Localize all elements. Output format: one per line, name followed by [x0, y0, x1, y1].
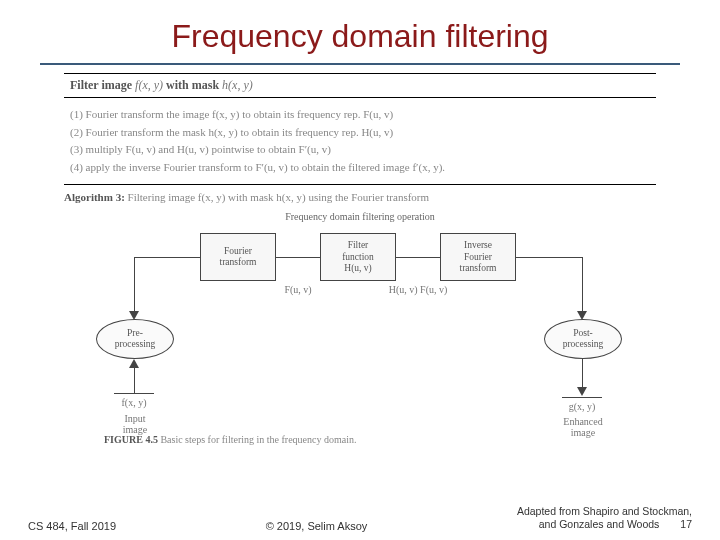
- oval-post-processing: Post-processing: [544, 319, 622, 359]
- box-fourier-transform: Fouriertransform: [200, 233, 276, 281]
- box-filter-function: FilterfunctionH(u, v): [320, 233, 396, 281]
- algorithm-header: Filter image f(x, y) with mask h(x, y): [64, 74, 656, 98]
- algo-head-f: f(x, y): [135, 78, 163, 92]
- algo-caption-text: Filtering image f(x, y) with mask h(x, y…: [125, 191, 429, 203]
- diagram-title: Frequency domain filtering operation: [70, 211, 650, 222]
- box-inverse-fourier: InverseFouriertransform: [440, 233, 516, 281]
- attrib-line-2-text: and Gonzales and Woods: [539, 518, 660, 530]
- arrowhead-down-icon: [577, 387, 587, 396]
- page-title: Frequency domain filtering: [0, 0, 720, 63]
- connector: [562, 397, 602, 398]
- algo-step-4: (4) apply the inverse Fourier transform …: [70, 159, 650, 177]
- attrib-line-1: Adapted from Shapiro and Stockman,: [517, 505, 692, 519]
- slide-footer: CS 484, Fall 2019 © 2019, Selim Aksoy Ad…: [0, 505, 720, 532]
- algo-head-prefix: Filter image: [70, 78, 135, 92]
- footer-attribution: Adapted from Shapiro and Stockman, and G…: [517, 505, 692, 532]
- slide-number: 17: [680, 518, 692, 532]
- algorithm-caption: Algorithm 3: Filtering image f(x, y) wit…: [64, 191, 656, 203]
- label-fxy: f(x, y): [112, 397, 156, 408]
- connector: [134, 367, 135, 393]
- connector: [134, 257, 200, 258]
- title-rule: [40, 63, 680, 65]
- oval-pre-processing: Pre-processing: [96, 319, 174, 359]
- algo-head-mid: with mask: [163, 78, 222, 92]
- connector: [396, 257, 440, 258]
- label-Fuv: F(u, v): [270, 284, 326, 295]
- label-input-image: Inputimage: [108, 413, 162, 435]
- algo-step-1: (1) Fourier transform the image f(x, y) …: [70, 106, 650, 124]
- figure-text: Basic steps for filtering in the frequen…: [158, 434, 357, 445]
- attrib-line-2: and Gonzales and Woods 17: [517, 518, 692, 532]
- algo-caption-label: Algorithm 3:: [64, 191, 125, 203]
- connector: [134, 257, 135, 317]
- algo-step-3: (3) multiply F(u, v) and H(u, v) pointwi…: [70, 141, 650, 159]
- flow-diagram: Frequency domain filtering operation Fou…: [70, 211, 650, 441]
- algo-head-h: h(x, y): [222, 78, 253, 92]
- connector: [276, 257, 320, 258]
- connector: [582, 257, 583, 317]
- connector: [114, 393, 154, 394]
- algorithm-steps: (1) Fourier transform the image f(x, y) …: [64, 98, 656, 184]
- figure-label: FIGURE 4.5: [104, 434, 158, 445]
- footer-copyright: © 2019, Selim Aksoy: [266, 520, 368, 532]
- label-enhanced-image: Enhancedimage: [550, 416, 616, 438]
- label-gxy: g(x, y): [560, 401, 604, 412]
- label-HFuv: H(u, v) F(u, v): [376, 284, 460, 295]
- connector: [516, 257, 582, 258]
- algorithm-box: Filter image f(x, y) with mask h(x, y) (…: [64, 73, 656, 185]
- figure-caption: FIGURE 4.5 Basic steps for filtering in …: [104, 434, 356, 445]
- footer-course: CS 484, Fall 2019: [28, 520, 116, 532]
- algo-step-2: (2) Fourier transform the mask h(x, y) t…: [70, 124, 650, 142]
